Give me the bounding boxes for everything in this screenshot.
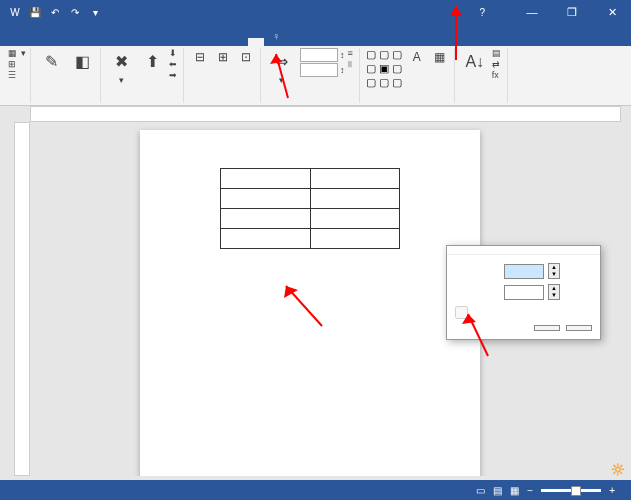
- share-button[interactable]: [615, 38, 631, 46]
- delete-button[interactable]: ✖▾: [107, 48, 135, 88]
- split-cells-dialog: ▲▼ ▲▼: [446, 245, 601, 340]
- group-merge: ⊟ ⊞ ⊡: [186, 48, 261, 103]
- view-readmode-icon[interactable]: ▭: [476, 485, 485, 496]
- dist-cols-button[interactable]: ⫴: [348, 59, 355, 70]
- merge-cells-button[interactable]: ⊟: [190, 48, 210, 70]
- help-icon[interactable]: ?: [479, 7, 485, 18]
- repeat-header-button[interactable]: ▤: [492, 48, 503, 58]
- page[interactable]: [140, 130, 480, 476]
- tab-mailings[interactable]: [116, 38, 132, 46]
- tab-templates[interactable]: [36, 38, 52, 46]
- cursor-cell: [310, 209, 400, 229]
- group-cellsize: ⇔▾ ↕ ↕ ≡ ⫴: [263, 48, 360, 103]
- insert-below-button[interactable]: ⬇: [169, 48, 179, 58]
- tab-references[interactable]: [100, 38, 116, 46]
- view-web-icon[interactable]: ▦: [510, 485, 519, 496]
- tab-design[interactable]: [68, 38, 84, 46]
- group-table: ▦ ▾ ⊞ ☰: [4, 48, 31, 103]
- row-height[interactable]: ↕: [298, 48, 345, 62]
- minimize-button[interactable]: —: [517, 6, 547, 18]
- sort-button[interactable]: A↓: [461, 48, 489, 78]
- tab-table-layout[interactable]: [248, 38, 264, 46]
- view-print-icon[interactable]: ▤: [493, 485, 502, 496]
- properties-button[interactable]: ☰: [8, 70, 26, 80]
- ribbon: ▦ ▾ ⊞ ☰ ✎ ◧ ✖▾ ⬆ ⬇ ⬅ ➡ ⊟ ⊞ ⊡: [0, 46, 631, 106]
- tab-insert[interactable]: [52, 38, 68, 46]
- tell-me[interactable]: ♀: [264, 26, 288, 46]
- redo-icon[interactable]: ↷: [68, 5, 82, 19]
- tab-view[interactable]: [148, 38, 164, 46]
- cols-input[interactable]: [504, 264, 544, 279]
- col-width[interactable]: ↕: [298, 63, 345, 77]
- insert-left-button[interactable]: ⬅: [169, 59, 179, 69]
- merge-before-checkbox[interactable]: [455, 306, 468, 319]
- formula-button[interactable]: fx: [492, 70, 503, 80]
- word-icon: W: [8, 5, 22, 19]
- document-table[interactable]: [220, 168, 400, 249]
- tab-table-design[interactable]: [232, 38, 248, 46]
- align-grid[interactable]: ▢▢▢▢▣▢▢▢▢: [366, 48, 404, 89]
- group-draw: ✎ ◧: [33, 48, 101, 103]
- split-table-button[interactable]: ⊡: [236, 48, 256, 70]
- split-cells-button[interactable]: ⊞: [213, 48, 233, 70]
- tab-home[interactable]: [20, 38, 36, 46]
- ruler-horizontal[interactable]: [30, 106, 621, 122]
- tab-file[interactable]: [4, 38, 20, 46]
- gridlines-button[interactable]: ⊞: [8, 59, 26, 69]
- restore-button[interactable]: ❐: [557, 6, 587, 19]
- draw-table-button[interactable]: ✎: [37, 48, 65, 78]
- convert-text-button[interactable]: ⇄: [492, 59, 503, 69]
- cancel-button[interactable]: [566, 325, 592, 331]
- rows-input[interactable]: [504, 285, 544, 300]
- select-button[interactable]: ▦ ▾: [8, 48, 26, 58]
- tab-review[interactable]: [132, 38, 148, 46]
- rows-spinner[interactable]: ▲▼: [548, 284, 560, 300]
- title-bar: W 💾 ↶ ↷ ▾ ? — ❐ ✕: [0, 0, 631, 24]
- status-bar: ▭ ▤ ▦ − +: [0, 480, 631, 500]
- tab-layout[interactable]: [84, 38, 100, 46]
- zoom-in-icon[interactable]: +: [609, 485, 615, 496]
- zoom-slider[interactable]: [541, 489, 601, 492]
- tab-pdf[interactable]: [180, 38, 196, 46]
- ruler-vertical[interactable]: [14, 122, 30, 476]
- insert-above-button[interactable]: ⬆: [138, 48, 166, 78]
- autofit-button[interactable]: ⇔▾: [267, 48, 295, 88]
- context-label: [212, 42, 232, 46]
- cols-spinner[interactable]: ▲▼: [548, 263, 560, 279]
- text-direction-button[interactable]: A: [407, 48, 427, 70]
- dist-rows-button[interactable]: ≡: [348, 48, 355, 58]
- insert-right-button[interactable]: ➡: [169, 70, 179, 80]
- group-align: ▢▢▢▢▣▢▢▢▢ A ▦: [362, 48, 455, 103]
- undo-icon[interactable]: ↶: [48, 5, 62, 19]
- qat-more-icon[interactable]: ▾: [88, 5, 102, 19]
- close-button[interactable]: ✕: [597, 6, 627, 19]
- tab-developer[interactable]: [164, 38, 180, 46]
- ribbon-tabs: ♀: [0, 24, 631, 46]
- ok-button[interactable]: [534, 325, 560, 331]
- group-data: A↓ ▤ ⇄ fx: [457, 48, 508, 103]
- cell-margins-button[interactable]: ▦: [430, 48, 450, 70]
- zoom-out-icon[interactable]: −: [527, 485, 533, 496]
- group-rows-cols: ✖▾ ⬆ ⬇ ⬅ ➡: [103, 48, 184, 103]
- eraser-button[interactable]: ◧: [68, 48, 96, 78]
- tab-translate[interactable]: [196, 38, 212, 46]
- qat: W 💾 ↶ ↷ ▾: [8, 5, 102, 19]
- save-icon[interactable]: 💾: [28, 5, 42, 19]
- watermark: 🔆: [611, 463, 625, 476]
